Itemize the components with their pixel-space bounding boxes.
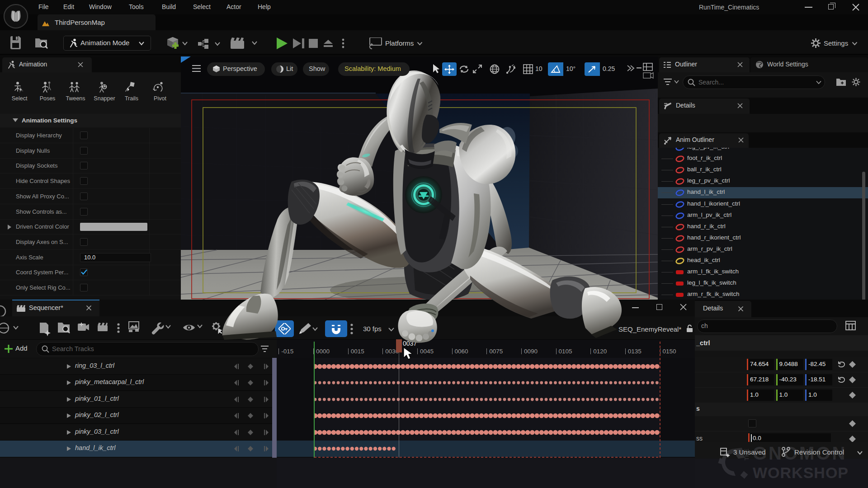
svg-text:THE: THE [743, 449, 750, 460]
svg-text:Tweens: Tweens [66, 95, 85, 102]
svg-text:GNOMON: GNOMON [753, 443, 847, 463]
svg-text:Trails: Trails [125, 95, 138, 102]
svg-text:Pivot: Pivot [154, 95, 166, 102]
svg-text:Snapper: Snapper [94, 95, 115, 102]
svg-text:Poses: Poses [40, 95, 56, 102]
svg-text:WORKSHOP: WORKSHOP [753, 464, 849, 481]
svg-text:Select: Select [12, 95, 28, 102]
